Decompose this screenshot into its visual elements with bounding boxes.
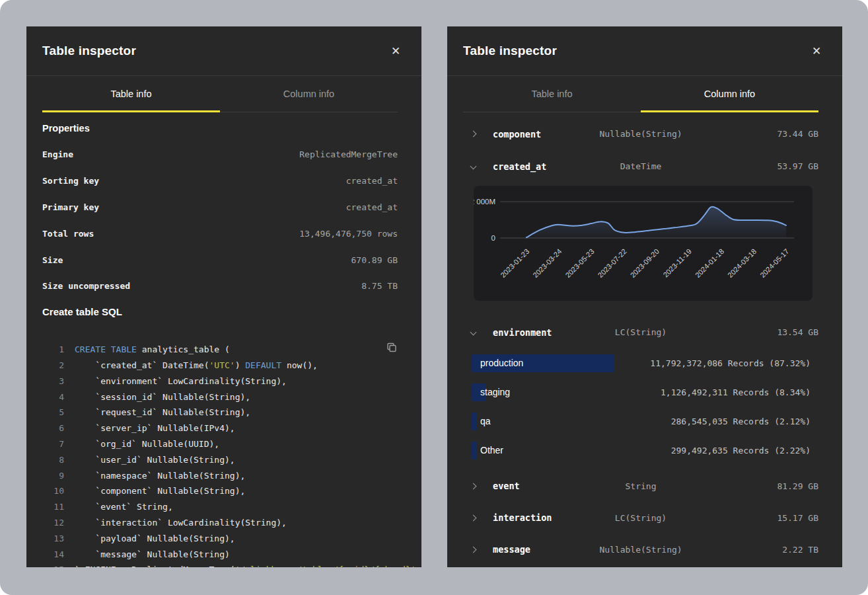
tab-column-info[interactable]: Column info xyxy=(641,76,818,112)
column-type: Nullable(String) xyxy=(599,545,682,555)
value-records: 11,792,372,086 Records (87.32%) xyxy=(650,358,811,368)
sql-line: 11 `event` String, xyxy=(42,499,398,515)
column-size: 13.54 GB xyxy=(777,327,818,337)
sql-line: 5 `request_id` Nullable(String), xyxy=(42,405,398,420)
property-value: ReplicatedMergeTree xyxy=(299,149,398,159)
column-name: created_at xyxy=(493,161,546,172)
property-row: Size uncompressed 8.75 TB xyxy=(42,273,398,299)
sql-line: 6 `server_ip` Nullable(IPv4), xyxy=(42,420,398,436)
chevron-down-icon xyxy=(470,329,477,336)
sql-line: 1CREATE TABLE analytics_table ( xyxy=(42,342,398,358)
property-row: Total rows 13,496,476,750 rows xyxy=(42,220,398,247)
tab-table-info[interactable]: Table info xyxy=(42,76,220,112)
environment-value-row: production 11,792,372,086 Records (87.32… xyxy=(463,348,818,377)
property-label: Size xyxy=(42,255,63,265)
property-value: created_at xyxy=(346,202,398,212)
svg-text:2024-03-18: 2024-03-18 xyxy=(726,247,758,279)
property-value: 13,496,476,750 rows xyxy=(299,229,398,239)
column-row-environment[interactable]: environment LC(String) 13.54 GB xyxy=(463,316,818,348)
property-label: Sorting key xyxy=(42,176,99,186)
value-label: Other xyxy=(480,445,503,456)
column-row-message[interactable]: message Nullable(String) 2.22 TB xyxy=(463,534,818,565)
close-icon[interactable]: ✕ xyxy=(388,44,403,58)
column-type: DateTime xyxy=(620,161,662,171)
column-info-content: component Nullable(String) 73.44 GB crea… xyxy=(447,118,842,565)
value-label: qa xyxy=(480,416,491,426)
column-size: 15.17 GB xyxy=(777,513,818,523)
environment-value-row: qa 286,545,035 Records (2.12%) xyxy=(463,407,818,436)
value-label: staging xyxy=(480,387,510,397)
sql-line: 15) ENGINE = ReplicatedMergeTree('/click… xyxy=(42,562,398,567)
property-value: created_at xyxy=(346,176,398,186)
sql-line: 13 `payload` Nullable(String), xyxy=(42,530,398,546)
column-type: String xyxy=(626,481,657,491)
tab-bar: Table info Column info xyxy=(463,76,818,112)
sql-line: 3 `environment` LowCardinality(String), xyxy=(42,373,398,389)
property-label: Size uncompressed xyxy=(42,281,130,291)
svg-text:2024-05-17: 2024-05-17 xyxy=(758,247,790,279)
tab-table-info[interactable]: Table info xyxy=(463,76,641,112)
property-row: Size 670.89 GB xyxy=(42,247,398,273)
column-name: interaction xyxy=(493,512,552,523)
value-records: 286,545,035 Records (2.12%) xyxy=(671,416,811,426)
column-size: 81.29 GB xyxy=(777,481,818,491)
column-name: component xyxy=(493,129,541,139)
dialog-title: Table inspector xyxy=(42,44,136,58)
svg-text:2023-01-23: 2023-01-23 xyxy=(499,247,530,279)
created-at-distribution-chart: 2 000M02023-01-232023-03-242023-05-23202… xyxy=(474,186,813,301)
column-size: 53.97 GB xyxy=(777,161,818,171)
chevron-right-icon xyxy=(470,483,477,489)
column-type: LC(String) xyxy=(615,327,667,337)
column-row-interaction[interactable]: interaction LC(String) 15.17 GB xyxy=(463,502,818,534)
svg-text:0: 0 xyxy=(491,234,495,242)
chevron-right-icon xyxy=(470,514,477,521)
svg-text:2023-11-19: 2023-11-19 xyxy=(661,247,693,279)
sql-line: 7 `org_id` Nullable(UUID), xyxy=(42,436,398,452)
modal-backdrop: Table inspector ✕ Table info Column info… xyxy=(0,0,868,595)
property-row: Engine ReplicatedMergeTree xyxy=(42,141,398,168)
close-icon[interactable]: ✕ xyxy=(809,44,824,58)
property-row: Sorting key created_at xyxy=(42,168,398,194)
column-name: message xyxy=(493,544,530,555)
sql-line: 8 `user_id` Nullable(String), xyxy=(42,452,398,467)
svg-text:2023-05-23: 2023-05-23 xyxy=(563,247,595,279)
chevron-right-icon xyxy=(470,131,477,138)
value-records: 1,126,492,311 Records (8.34%) xyxy=(661,387,811,397)
svg-text:2024-01-18: 2024-01-18 xyxy=(694,247,725,279)
property-value: 8.75 TB xyxy=(361,281,398,291)
column-list: component Nullable(String) 73.44 GB crea… xyxy=(463,118,818,182)
sql-line: 10 `component` Nullable(String), xyxy=(42,483,398,499)
sql-line: 4 `session_id` Nullable(String), xyxy=(42,389,398,405)
column-name: environment xyxy=(493,327,552,338)
svg-text:2 000M: 2 000M xyxy=(474,198,495,206)
svg-text:2023-09-20: 2023-09-20 xyxy=(629,247,661,279)
property-label: Total rows xyxy=(42,229,94,239)
sql-line: 14 `message` Nullable(String) xyxy=(42,546,398,562)
copy-icon[interactable] xyxy=(386,342,398,354)
svg-text:2023-03-24: 2023-03-24 xyxy=(531,247,563,279)
table-info-content: Properties Engine ReplicatedMergeTree So… xyxy=(26,123,421,567)
column-type: Nullable(String) xyxy=(599,129,682,139)
column-row-created-at[interactable]: created_at DateTime 53.97 GB xyxy=(463,150,818,182)
properties-heading: Properties xyxy=(42,123,398,136)
chevron-right-icon xyxy=(470,546,477,553)
value-records: 299,492,635 Records (2.22%) xyxy=(671,446,811,456)
column-row-component[interactable]: component Nullable(String) 73.44 GB xyxy=(463,118,818,150)
sql-line: 2 `created_at` DateTime('UTC') DEFAULT n… xyxy=(42,358,398,374)
value-bar xyxy=(472,442,477,459)
property-value: 670.89 GB xyxy=(351,255,398,265)
dialog-header: Table inspector ✕ xyxy=(26,26,421,76)
sql-code-block: 1CREATE TABLE analytics_table (2 `create… xyxy=(42,342,398,567)
tab-column-info[interactable]: Column info xyxy=(220,76,398,112)
column-type: LC(String) xyxy=(615,513,667,523)
property-label: Primary key xyxy=(42,202,99,212)
properties-list: Engine ReplicatedMergeTree Sorting key c… xyxy=(42,141,398,299)
create-table-sql-heading: Create table SQL xyxy=(42,306,398,319)
table-inspector-dialog-right: Table inspector ✕ Table info Column info… xyxy=(447,26,842,567)
chevron-down-icon xyxy=(470,163,477,170)
environment-value-row: Other 299,492,635 Records (2.22%) xyxy=(463,436,818,465)
tab-bar: Table info Column info xyxy=(42,76,398,112)
value-bar xyxy=(472,413,477,430)
column-row-event[interactable]: event String 81.29 GB xyxy=(463,470,818,502)
column-size: 2.22 TB xyxy=(782,545,818,555)
